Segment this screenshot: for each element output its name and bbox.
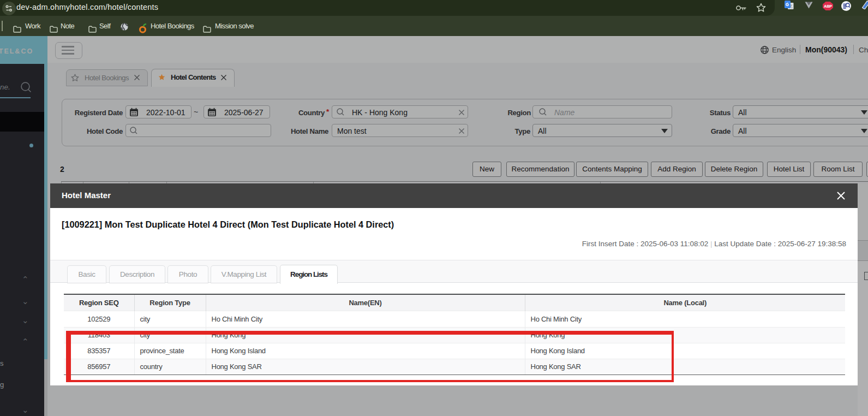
svg-text:ABP: ABP <box>824 4 832 9</box>
